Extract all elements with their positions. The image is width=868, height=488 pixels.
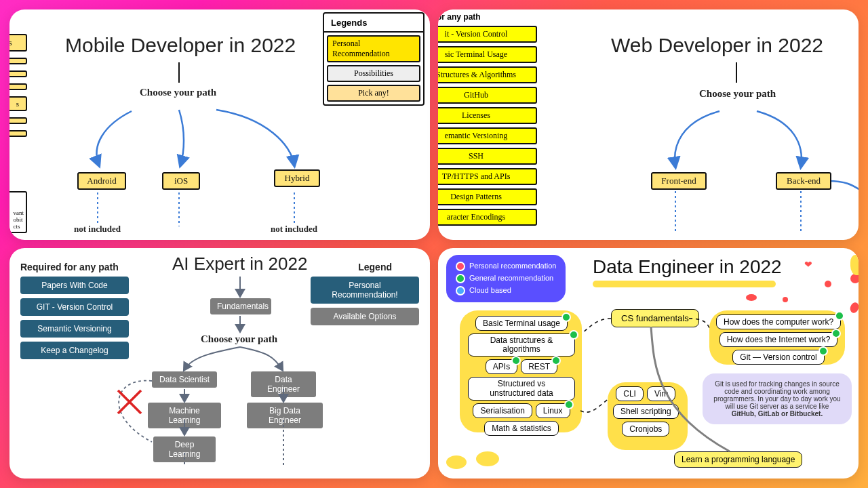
heart-icon: ❤ xyxy=(804,259,812,270)
card-title: AI Expert in 2022 xyxy=(172,253,307,274)
check-icon xyxy=(551,356,561,365)
required-list: Papers With Code GIT - Version Control S… xyxy=(20,277,129,363)
path-hybrid[interactable]: Hybrid xyxy=(274,169,320,187)
check-icon xyxy=(835,311,844,321)
crop-chip xyxy=(9,70,27,77)
cli-item[interactable]: Cronjobs xyxy=(622,422,669,436)
dot-decor xyxy=(746,294,757,301)
node-machine-learning[interactable]: Machine Learning xyxy=(148,403,221,428)
check-icon xyxy=(561,312,571,322)
legend-box: Personal recommendation General recommen… xyxy=(446,255,566,302)
check-icon xyxy=(569,330,578,340)
legend-dot-blue xyxy=(456,286,465,296)
node-deep-learning[interactable]: Deep Learning xyxy=(153,436,216,462)
sidebar-item: GitHub xyxy=(438,87,537,104)
legend-possibilities: Possibilities xyxy=(327,65,420,82)
legend-dot-green xyxy=(456,274,465,283)
confetti xyxy=(446,455,467,469)
card-ai-expert: AI Expert in 2022 Required for any path … xyxy=(9,248,430,479)
dot-decor xyxy=(850,274,859,283)
path-ios[interactable]: iOS xyxy=(162,172,200,190)
sidebar-item: Structures & Algorithms xyxy=(438,66,537,83)
crop-chip xyxy=(9,83,27,90)
choose-label: Choose your path xyxy=(201,333,277,345)
legend-pick-any: Pick any! xyxy=(327,85,420,102)
sidebar-title: for any path xyxy=(438,12,481,22)
dot-decor xyxy=(783,297,788,302)
req-item[interactable]: Keep a Changelog xyxy=(20,342,129,359)
legend-personal: Personal Recommendation! xyxy=(311,277,419,304)
cli-item[interactable]: Shell scripting xyxy=(613,404,679,419)
left-item[interactable]: APIs xyxy=(486,359,517,374)
dot-decor xyxy=(825,281,831,287)
node-cs-fundamentals[interactable]: CS fundamentals xyxy=(611,309,699,327)
legend-list: Personal Recommendation! Available Optio… xyxy=(311,277,419,329)
req-item[interactable]: Semantic Versioning xyxy=(20,320,129,338)
crop-chip xyxy=(9,130,27,137)
confetti xyxy=(476,451,499,466)
legend-box: Personal Recommendation Possibilities Pi… xyxy=(323,31,425,106)
node-data-engineer[interactable]: Data Engineer xyxy=(251,371,316,397)
legend-dot-red xyxy=(456,262,465,271)
left-item[interactable]: Structured vs unstructured data xyxy=(468,377,575,400)
not-included-left: not included xyxy=(74,224,121,235)
left-group: Basic Terminal usage Data structures & a… xyxy=(468,316,575,436)
right-item[interactable]: How does the Internet work? xyxy=(719,332,838,347)
card-data-engineer: Data Engineer in 2022 Personal recommend… xyxy=(438,248,859,479)
check-icon xyxy=(831,329,841,338)
sidebar-list: it - Version Control sic Terminal Usage … xyxy=(438,26,537,226)
cli-item[interactable]: CLI xyxy=(616,386,644,401)
check-icon xyxy=(564,400,574,409)
dot-decor xyxy=(849,301,859,314)
card-web-developer: Web Developer in 2022 Choose your path F… xyxy=(438,9,859,240)
legend-title: Legends xyxy=(323,12,425,32)
sidebar-item: it - Version Control xyxy=(438,26,537,43)
sidebar-item: TP/HTTPS and APIs xyxy=(438,168,537,185)
card-mobile-developer: Mobile Developer in 2022 Choose your pat… xyxy=(9,9,430,240)
node-big-data-engineer[interactable]: Big Data Engineer xyxy=(247,403,323,428)
check-icon xyxy=(511,356,521,365)
right-item[interactable]: Git — Version control xyxy=(732,350,824,365)
crop-note: vantobitcts xyxy=(9,191,27,233)
crop-chip xyxy=(9,117,27,124)
sidebar-item: SSH xyxy=(438,148,537,165)
left-item[interactable]: Basic Terminal usage xyxy=(475,316,568,331)
sidebar-item: Design Patterns xyxy=(438,188,537,205)
sidebar-item: sic Terminal Usage xyxy=(438,46,537,63)
card-title: Mobile Developer in 2022 xyxy=(65,34,296,57)
right-item[interactable]: How does the computer work? xyxy=(716,314,841,329)
left-item[interactable]: Linux xyxy=(536,403,570,418)
not-included-right: not included xyxy=(271,224,317,235)
crop-chip: s xyxy=(9,96,27,111)
legend-cloud: Cloud based xyxy=(456,286,556,296)
path-backend[interactable]: Back-end xyxy=(776,172,831,190)
left-item[interactable]: Serialisation xyxy=(473,403,532,418)
card-title: Data Engineer in 2022 xyxy=(593,256,782,278)
legend-available: Available Options xyxy=(311,308,419,325)
path-frontend[interactable]: Front-end xyxy=(651,172,707,190)
crop-chip xyxy=(9,58,27,64)
left-item[interactable]: REST xyxy=(521,359,557,374)
cli-item[interactable]: Vim xyxy=(647,386,675,401)
legend-title: Legend xyxy=(358,262,392,272)
right-group: How does the computer work? How does the… xyxy=(716,314,841,365)
cli-group: CLI Vim Shell scripting Cronjobs xyxy=(613,386,679,436)
legend-personal: Personal recommendation xyxy=(456,262,556,271)
left-item[interactable]: Data structures & algorithms xyxy=(468,333,575,357)
svg-line-15 xyxy=(118,390,141,413)
node-data-scientist[interactable]: Data Scientist xyxy=(152,371,217,388)
node-learn-lang[interactable]: Learn a programming language xyxy=(674,451,802,468)
cropped-left-strip: ms s xyxy=(9,34,27,137)
req-item[interactable]: GIT - Version Control xyxy=(20,298,129,316)
sidebar-item: aracter Encodings xyxy=(438,209,537,226)
check-icon xyxy=(818,346,828,356)
choose-label: Choose your path xyxy=(140,87,216,98)
required-title: Required for any path xyxy=(20,262,119,272)
left-item[interactable]: Math & statistics xyxy=(484,421,558,436)
confetti xyxy=(850,255,859,275)
path-android[interactable]: Android xyxy=(77,172,126,190)
req-item[interactable]: Papers With Code xyxy=(20,277,129,294)
card-title: Web Developer in 2022 xyxy=(611,34,823,57)
svg-line-14 xyxy=(118,390,141,413)
node-fundamentals[interactable]: Fundamentals xyxy=(210,298,271,314)
